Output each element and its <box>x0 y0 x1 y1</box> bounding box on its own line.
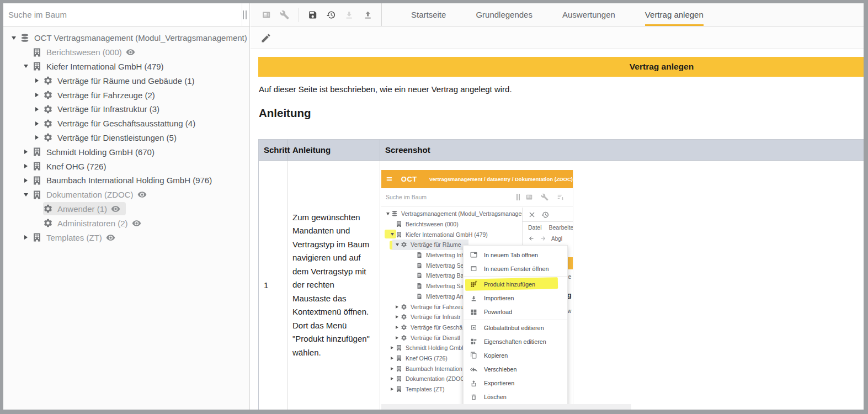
building-icon <box>32 47 42 57</box>
building-icon <box>32 147 42 157</box>
wrench-icon[interactable] <box>280 9 289 21</box>
tree-item[interactable]: Kiefer International GmbH (479) <box>3 60 249 74</box>
screenshot-bottom-strip <box>381 404 631 410</box>
embedded-tree-label: Berichtswesen (000) <box>406 221 459 227</box>
gear-icon <box>43 218 53 228</box>
expand-arrow-icon[interactable] <box>20 150 32 154</box>
column-header-screenshot: Screenshot <box>380 140 864 160</box>
visibility-icon[interactable] <box>137 190 147 199</box>
embedded-tree-label: Verträge für Räume <box>411 241 461 248</box>
tree-item[interactable]: Schmidt Holding GmbH (670) <box>3 145 249 159</box>
expand-arrow-icon[interactable] <box>20 164 32 168</box>
page-title-banner: Vertrag anlegen <box>258 57 864 77</box>
tree-item-label: Knef OHG (726) <box>46 162 106 171</box>
tree-item[interactable]: Anwender (1) <box>3 202 249 216</box>
table-header-row: Schritt Anleitung Screenshot <box>259 140 864 161</box>
tree-item[interactable]: Berichtswesen (000) <box>3 45 249 60</box>
visibility-icon[interactable] <box>132 219 141 228</box>
tree-item[interactable]: Templates (ZT) <box>3 230 249 245</box>
collapse-arrow-icon[interactable] <box>20 65 32 68</box>
expand-arrow-icon[interactable] <box>20 178 32 183</box>
gear-icon <box>401 304 407 310</box>
collapse-arrow-icon[interactable] <box>8 36 20 40</box>
building-icon <box>396 231 402 238</box>
embedded-screenshot: OCT Vertragsmanagement / dataentry / Dok… <box>381 170 631 410</box>
tab-vertrag-anlegen[interactable]: Vertrag anlegen <box>645 3 704 26</box>
download-icon[interactable] <box>344 9 354 21</box>
history-icon[interactable] <box>326 9 336 21</box>
tree-item-content: Anwender (1) <box>43 202 126 215</box>
embedded-notes-panel-icon <box>525 193 533 201</box>
tree-item-content: Dokumentation (ZDOC) <box>32 188 152 201</box>
top-toolbar: StartseiteGrundlegendesAuswertungenVertr… <box>251 3 864 26</box>
hamburger-menu-icon <box>386 175 393 183</box>
expand-arrow-icon[interactable] <box>31 93 43 97</box>
edit-pencil-icon[interactable] <box>260 33 271 44</box>
powerload-icon <box>470 309 477 316</box>
visibility-icon[interactable] <box>126 47 135 57</box>
context-menu-label: In neuem Tab öffnen <box>484 252 538 258</box>
embedded-arrow-slot <box>388 233 396 236</box>
tree-item[interactable]: Verträge für Infrastruktur (3) <box>3 102 249 116</box>
save-icon[interactable] <box>308 9 317 21</box>
upload-icon[interactable] <box>363 9 372 21</box>
tree-item-label: Kiefer International GmbH (479) <box>46 62 164 71</box>
column-header-anleitung: Anleitung <box>287 140 380 160</box>
embedded-arrow-slot <box>393 326 401 329</box>
building-icon <box>396 365 402 372</box>
tree-item[interactable]: Dokumentation (ZDOC) <box>3 188 249 202</box>
tree-item-label: Templates (ZT) <box>46 233 102 242</box>
tree-item[interactable]: Administratoren (2) <box>3 216 249 230</box>
embedded-arrow-slot <box>388 367 396 370</box>
expand-arrow-icon[interactable] <box>20 235 32 240</box>
tree-item[interactable]: Baumbach International Holding GmbH (976… <box>3 173 249 188</box>
tab-startseite[interactable]: Startseite <box>411 3 446 26</box>
notes-panel-icon[interactable] <box>262 9 271 21</box>
tree-item[interactable]: Verträge für Räume und Gebäude (1) <box>3 73 249 88</box>
expand-arrow-icon[interactable] <box>31 121 43 126</box>
doc-icon <box>416 262 423 269</box>
building-icon <box>396 355 402 362</box>
doc-icon <box>416 272 423 279</box>
expand-arrow-icon[interactable] <box>31 107 43 112</box>
db-icon <box>391 210 398 217</box>
embedded-tree-label: Knef OHG (726) <box>406 355 448 362</box>
expand-arrow-icon[interactable] <box>31 78 43 83</box>
context-menu-item-verschieben: Verschieben <box>464 363 567 376</box>
tree-item[interactable]: Knef OHG (726) <box>3 159 249 173</box>
visibility-icon[interactable] <box>106 233 115 242</box>
context-menu-label: In neuem Fenster öffnen <box>484 266 549 272</box>
tree-item[interactable]: Verträge für Geschäftsausstattung (4) <box>3 116 249 131</box>
tab-grundlegendes[interactable]: Grundlegendes <box>476 3 532 26</box>
tree-item-label: OCT Vertragsmanagement (Modul_Vertragsma… <box>34 33 247 43</box>
splitter-handle-icon[interactable] <box>243 10 247 19</box>
embedded-breadcrumb: Vertragsmanagement / dataentry / Dokumen… <box>429 176 573 182</box>
visibility-icon[interactable] <box>111 204 120 214</box>
tree-item-content: Verträge für Räume und Gebäude (1) <box>43 74 200 87</box>
export-icon <box>470 380 477 387</box>
import-icon <box>470 295 477 302</box>
building-icon <box>32 176 42 185</box>
tree-item-content: Knef OHG (726) <box>32 160 111 173</box>
gear-icon <box>43 119 53 129</box>
tree-search-input[interactable] <box>3 3 242 26</box>
tree-item[interactable]: OCT Vertragsmanagement (Modul_Vertragsma… <box>3 31 249 45</box>
building-icon <box>396 375 402 382</box>
banner-fragment <box>568 257 573 269</box>
context-menu-label: Verschieben <box>484 366 516 373</box>
embedded-tree-label: Baumbach Internation <box>406 365 462 372</box>
doc-icon <box>416 252 423 258</box>
embedded-menu-datei: Datei <box>528 224 542 231</box>
tree-item[interactable]: Verträge für Dienstleistungen (5) <box>3 131 249 145</box>
grid-plus-icon <box>470 280 477 288</box>
tab-auswertungen[interactable]: Auswertungen <box>562 3 615 26</box>
collapse-arrow-icon[interactable] <box>20 193 32 197</box>
context-menu-item-in-neuem-fenster-öffnen: In neuem Fenster öffnen <box>464 262 567 275</box>
db-icon <box>20 33 30 43</box>
tree-item[interactable]: Verträge für Fahrzeuge (2) <box>3 88 249 102</box>
embedded-wrench-icon <box>541 193 549 201</box>
building-icon <box>32 61 42 71</box>
embedded-tree-label: Verträge für Infrastr <box>411 314 460 320</box>
gear-icon <box>43 204 53 214</box>
expand-arrow-icon[interactable] <box>31 135 43 140</box>
